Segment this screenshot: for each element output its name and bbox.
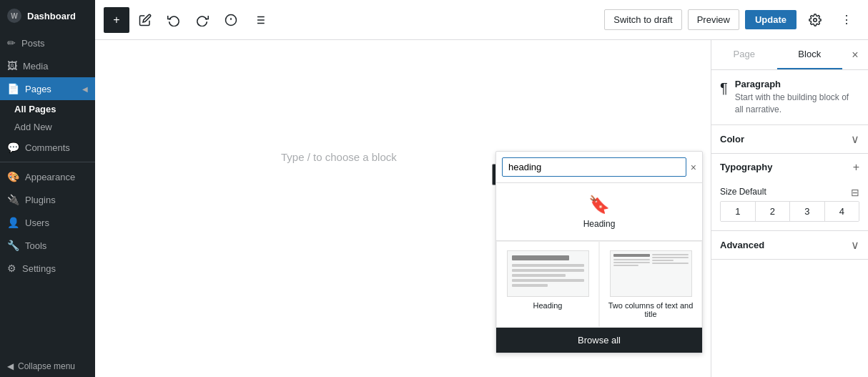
typography-section-title: Typography xyxy=(720,162,772,172)
size-buttons: 1 2 3 4 xyxy=(720,201,859,222)
paragraph-icon: ¶ xyxy=(720,80,728,97)
size-btn-4[interactable]: 4 xyxy=(825,202,859,221)
main-area: + Switch to draft Preview Update ⋮ xyxy=(95,0,868,377)
more-options-button[interactable]: ⋮ xyxy=(834,7,859,33)
sidebar-item-label: Settings xyxy=(22,263,56,274)
info-button[interactable] xyxy=(218,7,244,33)
block-info-desc: Start with the building block of all nar… xyxy=(735,92,859,116)
sidebar-item-label: Posts xyxy=(21,38,45,49)
add-block-button[interactable]: + xyxy=(104,7,129,33)
pages-icon: 📄 xyxy=(7,83,19,94)
collapse-icon: ◀ xyxy=(7,361,14,371)
block-search-clear-button[interactable]: × xyxy=(691,162,696,173)
collapse-menu[interactable]: ◀ Collapse menu xyxy=(0,356,95,377)
settings-panel-button[interactable] xyxy=(802,7,828,33)
preview-button[interactable]: Preview xyxy=(688,9,739,30)
block-grid-label-two-col: Two columns of text and title xyxy=(606,301,696,318)
comments-icon: 💬 xyxy=(7,142,19,153)
collapse-label: Collapse menu xyxy=(18,361,75,371)
preview-line3 xyxy=(512,274,566,277)
panel-block-info: ¶ Paragraph Start with the building bloc… xyxy=(711,70,868,125)
advanced-section: Advanced ∨ xyxy=(711,231,868,260)
color-section-toggle[interactable]: ∨ xyxy=(851,132,859,146)
edit-button[interactable] xyxy=(132,7,158,33)
users-icon: 👤 xyxy=(7,217,19,228)
sidebar-item-comments[interactable]: 💬 Comments xyxy=(0,136,95,159)
submenu-add-new[interactable]: Add New xyxy=(7,118,95,136)
appearance-icon: 🎨 xyxy=(7,171,19,182)
sidebar-item-label: Pages xyxy=(25,84,51,94)
sidebar-item-tools[interactable]: 🔧 Tools xyxy=(0,234,95,257)
switch-to-draft-button[interactable]: Switch to draft xyxy=(604,9,681,30)
sidebar-item-label: Comments xyxy=(25,142,70,153)
sidebar-item-plugins[interactable]: 🔌 Plugins xyxy=(0,188,95,211)
sidebar-item-posts[interactable]: ✏ Posts xyxy=(0,31,95,54)
size-btn-1[interactable]: 1 xyxy=(721,202,756,221)
sidebar: W Dashboard ✏ Posts 🖼 Media 📄 Pages ◀ Al… xyxy=(0,0,95,377)
block-grid-item-two-col[interactable]: Two columns of text and title xyxy=(599,241,702,328)
sidebar-item-users[interactable]: 👤 Users xyxy=(0,211,95,234)
block-search-row: × xyxy=(496,152,702,183)
advanced-section-title: Advanced xyxy=(720,240,764,250)
undo-button[interactable] xyxy=(161,7,187,33)
size-tune-button[interactable]: ⊟ xyxy=(851,187,859,198)
redo-button[interactable] xyxy=(189,7,215,33)
browse-all-button[interactable]: Browse all xyxy=(496,328,702,353)
tab-page[interactable]: Page xyxy=(711,40,777,69)
toolbar-right: Switch to draft Preview Update ⋮ xyxy=(604,7,859,33)
color-section-title: Color xyxy=(720,134,744,145)
preview-line1 xyxy=(512,264,584,267)
editor-canvas[interactable]: Type / to choose a block + xyxy=(95,40,711,377)
submenu-all-pages[interactable]: All Pages xyxy=(7,100,95,118)
size-btn-3[interactable]: 3 xyxy=(790,202,825,221)
block-grid-label-heading: Heading xyxy=(533,301,563,310)
typography-section-toggle[interactable]: + xyxy=(853,161,859,174)
sidebar-item-label: Appearance xyxy=(25,172,75,182)
block-heading-label: Heading xyxy=(583,219,616,229)
advanced-section-toggle[interactable]: ∨ xyxy=(851,238,859,252)
color-section-header[interactable]: Color ∨ xyxy=(711,125,868,153)
sidebar-logo[interactable]: W Dashboard xyxy=(0,0,95,31)
sidebar-item-label: Tools xyxy=(25,240,46,251)
sidebar-item-media[interactable]: 🖼 Media xyxy=(0,54,95,77)
sidebar-logo-label: Dashboard xyxy=(27,11,76,21)
placeholder-text: Type / to choose a block xyxy=(281,151,397,163)
typography-section-header[interactable]: Typography + xyxy=(711,154,868,181)
preview-line2 xyxy=(512,269,584,272)
plugins-icon: 🔌 xyxy=(7,194,19,205)
size-btn-2[interactable]: 2 xyxy=(756,202,791,221)
editor-area: Type / to choose a block + xyxy=(95,40,868,377)
size-label: Size Default ⊟ xyxy=(720,187,859,197)
advanced-section-header[interactable]: Advanced ∨ xyxy=(711,231,868,259)
media-icon: 🖼 xyxy=(7,60,17,72)
size-section: Size Default ⊟ 1 2 3 4 xyxy=(711,181,868,230)
posts-icon: ✏ xyxy=(7,37,16,49)
block-single-result[interactable]: 🔖 Heading xyxy=(496,183,702,241)
sidebar-item-settings[interactable]: ⚙ Settings xyxy=(0,257,95,280)
block-results-grid: Heading xyxy=(496,241,702,328)
block-info-name: Paragraph xyxy=(735,79,859,89)
wp-icon: W xyxy=(7,9,21,23)
pages-arrow: ◀ xyxy=(82,85,88,93)
right-panel: Page Block × ¶ Paragraph Start with the … xyxy=(711,40,868,377)
panel-tabs: Page Block × xyxy=(711,40,868,70)
list-view-button[interactable] xyxy=(247,7,272,33)
block-grid-preview-heading xyxy=(507,250,589,297)
block-grid-preview-two-col xyxy=(610,250,692,297)
block-info-text: Paragraph Start with the building block … xyxy=(735,79,859,116)
settings-icon: ⚙ xyxy=(7,263,16,274)
svg-point-9 xyxy=(814,18,817,21)
block-grid-item-heading[interactable]: Heading xyxy=(496,241,599,328)
typography-section: Typography + Size Default ⊟ 1 2 3 4 xyxy=(711,154,868,231)
block-search-input[interactable] xyxy=(502,157,686,177)
sidebar-item-label: Plugins xyxy=(25,195,56,205)
sidebar-divider xyxy=(0,162,95,162)
tab-block[interactable]: Block xyxy=(777,40,843,69)
panel-close-button[interactable]: × xyxy=(842,42,868,68)
sidebar-item-appearance[interactable]: 🎨 Appearance xyxy=(0,165,95,188)
sidebar-item-pages[interactable]: 📄 Pages ◀ xyxy=(0,77,95,100)
block-inserter-popup: × 🔖 Heading xyxy=(495,151,703,353)
pages-submenu: All Pages Add New xyxy=(0,100,95,136)
update-button[interactable]: Update xyxy=(745,10,797,29)
preview-line4 xyxy=(512,279,584,282)
